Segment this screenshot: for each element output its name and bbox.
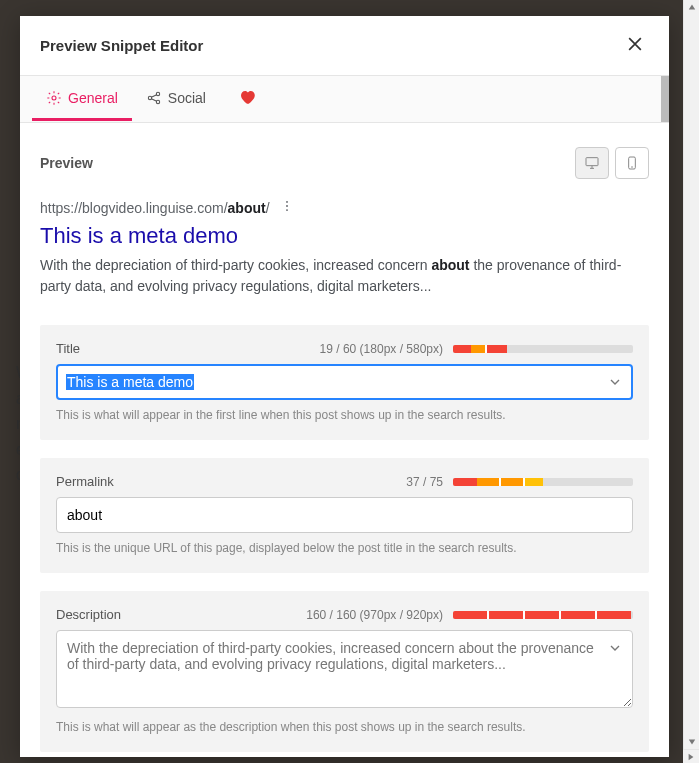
scroll-down-arrow[interactable] xyxy=(684,735,699,749)
tab-general-label: General xyxy=(68,90,118,106)
permalink-meter-text: 37 / 75 xyxy=(406,475,443,489)
title-meter-bar xyxy=(453,345,633,353)
description-dropdown[interactable] xyxy=(607,640,623,660)
serp-url-row: https://blogvideo.linguise.com/about/ xyxy=(40,199,649,217)
chevron-down-icon xyxy=(607,640,623,656)
permalink-label: Permalink xyxy=(56,474,114,489)
tab-general[interactable]: General xyxy=(32,78,132,121)
permalink-card: Permalink 37 / 75 This is the unique URL… xyxy=(40,458,649,573)
title-card: Title 19 / 60 (180px / 580px) This is a … xyxy=(40,325,649,440)
gear-icon xyxy=(46,90,62,106)
serp-preview: https://blogvideo.linguise.com/about/ Th… xyxy=(40,199,649,297)
svg-point-0 xyxy=(52,96,56,100)
scroll-up-arrow[interactable] xyxy=(684,0,699,14)
mobile-preview-button[interactable] xyxy=(615,147,649,179)
desktop-preview-button[interactable] xyxy=(575,147,609,179)
description-meter-text: 160 / 160 (970px / 920px) xyxy=(306,608,443,622)
snippet-editor-modal: Preview Snippet Editor General Social Pr… xyxy=(20,16,669,757)
svg-point-8 xyxy=(286,205,288,207)
device-toggle xyxy=(575,147,649,179)
serp-description: With the depreciation of third-party coo… xyxy=(40,255,649,297)
svg-point-6 xyxy=(632,167,633,168)
tab-social-label: Social xyxy=(168,90,206,106)
monitor-icon xyxy=(584,155,600,171)
triangle-down-icon xyxy=(688,738,696,746)
preview-header-row: Preview xyxy=(40,147,649,179)
tab-scroll-indicator xyxy=(661,76,669,122)
triangle-up-icon xyxy=(688,3,696,11)
permalink-input[interactable] xyxy=(56,497,633,533)
title-dropdown[interactable] xyxy=(607,374,623,394)
svg-rect-4 xyxy=(586,158,598,166)
permalink-help: This is the unique URL of this page, dis… xyxy=(56,541,633,555)
modal-title: Preview Snippet Editor xyxy=(40,37,203,54)
modal-body: Preview https://blogvideo.linguise.com/a… xyxy=(20,123,669,757)
description-help: This is what will appear as the descript… xyxy=(56,720,633,734)
scrollbar-corner[interactable] xyxy=(683,749,699,763)
kebab-icon xyxy=(280,199,294,213)
tab-favorite[interactable] xyxy=(228,76,266,122)
chevron-down-icon xyxy=(607,374,623,390)
close-button[interactable] xyxy=(621,30,649,61)
mobile-icon xyxy=(624,155,640,171)
description-meter-bar xyxy=(453,611,633,619)
title-help: This is what will appear in the first li… xyxy=(56,408,633,422)
description-input[interactable] xyxy=(56,630,633,708)
heart-icon xyxy=(238,88,256,106)
serp-url: https://blogvideo.linguise.com/about/ xyxy=(40,200,270,216)
title-label: Title xyxy=(56,341,80,356)
serp-more-button[interactable] xyxy=(280,199,294,217)
title-input[interactable]: This is a meta demo xyxy=(56,364,633,400)
svg-point-7 xyxy=(286,201,288,203)
serp-title: This is a meta demo xyxy=(40,223,649,249)
scrollbar-vertical[interactable] xyxy=(683,0,699,749)
tab-social[interactable]: Social xyxy=(132,78,220,121)
tabs-bar: General Social xyxy=(20,76,669,123)
triangle-right-icon xyxy=(687,753,695,761)
title-meter-text: 19 / 60 (180px / 580px) xyxy=(320,342,443,356)
preview-label: Preview xyxy=(40,155,93,171)
close-icon xyxy=(625,34,645,54)
svg-point-9 xyxy=(286,209,288,211)
modal-header: Preview Snippet Editor xyxy=(20,16,669,76)
description-label: Description xyxy=(56,607,121,622)
permalink-meter-bar xyxy=(453,478,633,486)
description-card: Description 160 / 160 (970px / 920px) Th… xyxy=(40,591,649,752)
share-icon xyxy=(146,90,162,106)
